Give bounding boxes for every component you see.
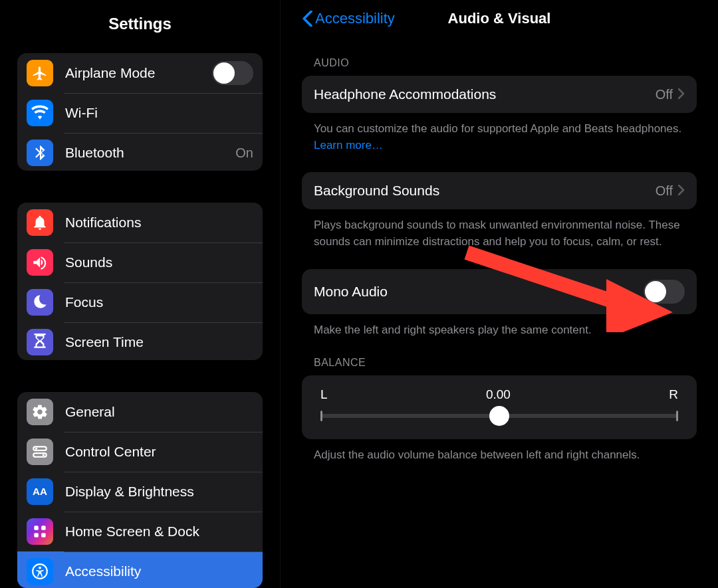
speaker-icon bbox=[27, 249, 53, 276]
mono-audio-toggle[interactable] bbox=[644, 280, 685, 304]
headphone-value: Off bbox=[656, 87, 673, 102]
airplane-icon bbox=[27, 60, 53, 86]
accessibility-icon bbox=[27, 558, 53, 585]
apps-icon bbox=[27, 518, 53, 545]
airplane-label: Airplane Mode bbox=[65, 65, 212, 81]
settings-group-system: General Control Center AA Display & Brig… bbox=[17, 392, 263, 588]
row-screen-time[interactable]: Screen Time bbox=[17, 322, 263, 359]
bell-icon bbox=[27, 209, 53, 236]
accessibility-label: Accessibility bbox=[65, 563, 253, 579]
mono-footer: Make the left and right speakers play th… bbox=[314, 322, 685, 339]
svg-rect-6 bbox=[41, 526, 45, 530]
switches-icon bbox=[27, 439, 53, 465]
chevron-right-icon bbox=[678, 183, 685, 199]
audio-visual-pane: Accessibility Audio & Visual AUDIO Headp… bbox=[281, 0, 718, 588]
svg-rect-5 bbox=[34, 526, 39, 530]
slider-thumb[interactable] bbox=[489, 406, 509, 426]
bluetooth-value: On bbox=[235, 146, 253, 161]
svg-rect-7 bbox=[34, 533, 39, 538]
svg-text:AA: AA bbox=[33, 486, 47, 497]
row-airplane-mode[interactable]: Airplane Mode bbox=[17, 53, 263, 93]
headphone-accommodations-row[interactable]: Headphone Accommodations Off bbox=[302, 76, 697, 113]
svg-point-3 bbox=[43, 454, 45, 456]
headphone-label: Headphone Accommodations bbox=[314, 86, 656, 102]
mono-audio-row: Mono Audio bbox=[302, 269, 697, 314]
screen-time-label: Screen Time bbox=[65, 334, 253, 350]
mono-audio-label: Mono Audio bbox=[314, 284, 644, 300]
gear-icon bbox=[27, 399, 53, 425]
row-focus[interactable]: Focus bbox=[17, 282, 263, 322]
bluetooth-icon bbox=[27, 140, 53, 166]
row-display-brightness[interactable]: AA Display & Brightness bbox=[17, 472, 263, 512]
svg-rect-8 bbox=[41, 533, 45, 538]
bluetooth-label: Bluetooth bbox=[65, 145, 235, 161]
settings-sidebar: Settings Airplane Mode Wi-Fi Bluetooth O… bbox=[0, 0, 281, 588]
balance-slider[interactable] bbox=[320, 414, 678, 418]
headphone-footer: You can customize the audio for supporte… bbox=[314, 121, 685, 153]
airplane-toggle[interactable] bbox=[212, 61, 253, 85]
display-label: Display & Brightness bbox=[65, 484, 253, 500]
notifications-label: Notifications bbox=[65, 215, 253, 231]
hourglass-icon bbox=[27, 329, 53, 355]
audio-section-header: AUDIO bbox=[314, 57, 685, 69]
wifi-icon bbox=[27, 100, 53, 126]
background-value: Off bbox=[656, 183, 673, 199]
row-bluetooth[interactable]: Bluetooth On bbox=[17, 133, 263, 171]
general-label: General bbox=[65, 404, 253, 420]
wifi-label: Wi-Fi bbox=[65, 105, 253, 121]
svg-point-10 bbox=[39, 566, 41, 569]
chevron-right-icon bbox=[678, 86, 685, 102]
row-wifi[interactable]: Wi-Fi bbox=[17, 93, 263, 133]
balance-right-label: R bbox=[669, 387, 678, 402]
nav-bar: Accessibility Audio & Visual bbox=[302, 0, 697, 37]
balance-center-value: 0.00 bbox=[486, 387, 511, 402]
settings-group-network: Airplane Mode Wi-Fi Bluetooth On bbox=[17, 53, 263, 171]
focus-label: Focus bbox=[65, 294, 253, 310]
row-control-center[interactable]: Control Center bbox=[17, 432, 263, 472]
page-title: Audio & Visual bbox=[302, 10, 697, 27]
balance-section-header: BALANCE bbox=[314, 357, 685, 369]
background-label: Background Sounds bbox=[314, 183, 656, 199]
row-home-screen-dock[interactable]: Home Screen & Dock bbox=[17, 512, 263, 551]
row-accessibility[interactable]: Accessibility bbox=[17, 551, 263, 588]
balance-footer: Adjust the audio volume balance between … bbox=[314, 447, 685, 464]
row-sounds[interactable]: Sounds bbox=[17, 243, 263, 282]
aa-icon: AA bbox=[27, 478, 53, 505]
home-screen-label: Home Screen & Dock bbox=[65, 524, 253, 539]
settings-title: Settings bbox=[0, 15, 280, 33]
balance-card: L 0.00 R bbox=[302, 375, 697, 439]
background-sounds-row[interactable]: Background Sounds Off bbox=[302, 172, 697, 209]
row-general[interactable]: General bbox=[17, 392, 263, 432]
svg-point-1 bbox=[35, 447, 37, 449]
control-center-label: Control Center bbox=[65, 444, 253, 460]
sounds-label: Sounds bbox=[65, 254, 253, 270]
moon-icon bbox=[27, 289, 53, 316]
settings-group-alerts: Notifications Sounds Focus Screen Time bbox=[17, 203, 263, 359]
background-footer: Plays background sounds to mask unwanted… bbox=[314, 217, 685, 250]
learn-more-link[interactable]: Learn more… bbox=[314, 139, 383, 151]
row-notifications[interactable]: Notifications bbox=[17, 203, 263, 243]
balance-left-label: L bbox=[320, 387, 328, 402]
